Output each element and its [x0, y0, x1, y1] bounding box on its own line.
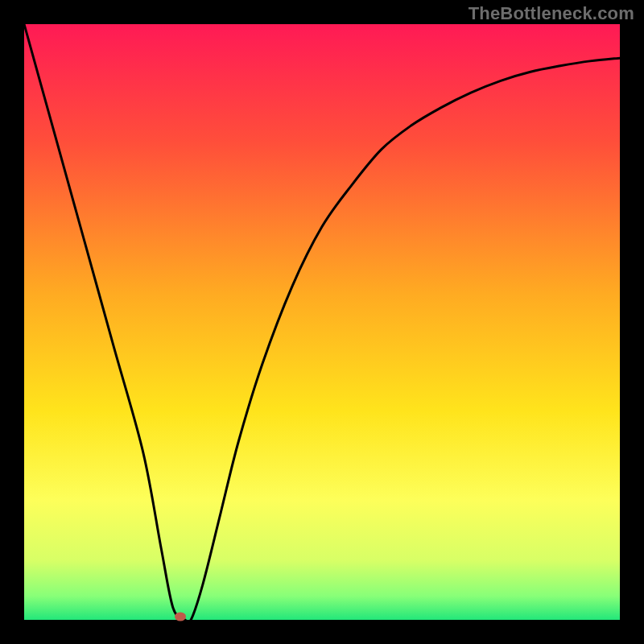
optimum-marker-icon: [175, 612, 186, 621]
chart-frame: TheBottleneck.com: [0, 0, 644, 644]
plot-area: [24, 24, 620, 620]
bottleneck-curve: [24, 24, 620, 620]
watermark-label: TheBottleneck.com: [469, 3, 634, 24]
curve-layer: [24, 24, 620, 620]
